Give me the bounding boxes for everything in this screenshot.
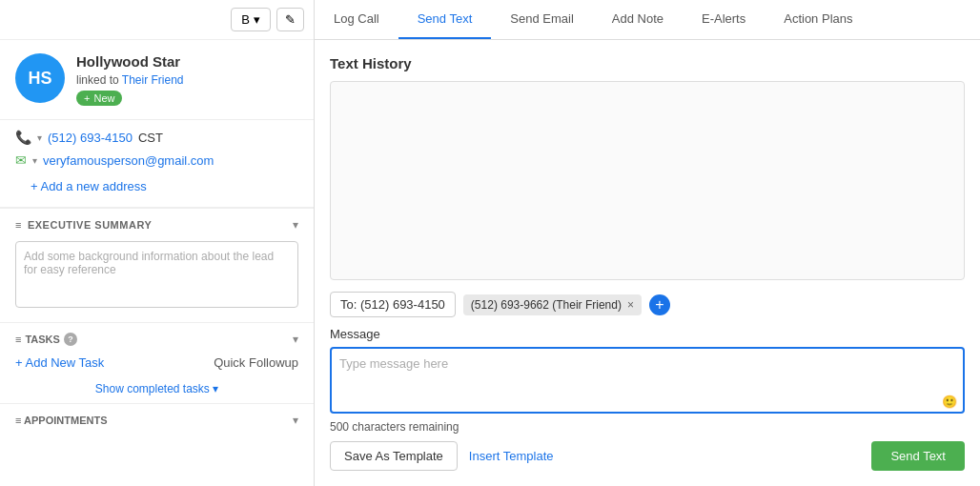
message-wrapper: 🙂: [330, 347, 965, 416]
recipient-name: (512) 693-9662 (Their Friend): [471, 298, 622, 312]
char-count: 500 characters remaining: [330, 420, 965, 434]
tabs-bar: Log CallSend TextSend EmailAdd NoteE-Ale…: [315, 0, 980, 40]
text-history-title: Text History: [330, 55, 965, 71]
appointments-header[interactable]: ≡ APPOINTMENTS ▾: [0, 404, 314, 436]
add-address-link[interactable]: + Add a new address: [15, 175, 298, 197]
recipient-tag: (512) 693-9662 (Their Friend) ×: [463, 294, 642, 315]
remove-recipient-icon[interactable]: ×: [627, 298, 634, 312]
to-row: To: (512) 693-4150 (512) 693-9662 (Their…: [330, 292, 965, 317]
contact-fields: 📞 ▾ (512) 693-4150 CST ✉ ▾ veryfamousper…: [0, 120, 314, 208]
tasks-chevron-icon: ▾: [293, 333, 298, 346]
to-label: To: (512) 693-4150: [330, 292, 456, 317]
email-row: ✉ ▾ veryfamousperson@gmail.com: [15, 152, 298, 168]
tab-log-call[interactable]: Log Call: [315, 0, 398, 39]
tab-action-plans[interactable]: Action Plans: [765, 0, 871, 39]
new-badge: + New: [76, 91, 122, 106]
appointments-chevron-icon: ▾: [293, 414, 298, 427]
executive-summary-section: ≡ EXECUTIVE SUMMARY ▾: [0, 208, 314, 322]
message-label: Message: [330, 327, 965, 341]
plus-icon: +: [84, 92, 90, 104]
email-link[interactable]: veryfamousperson@gmail.com: [43, 153, 214, 168]
phone-icon: 📞: [15, 130, 31, 145]
avatar: HS: [15, 53, 65, 103]
appointments-title: ≡ APPOINTMENTS: [15, 415, 107, 426]
executive-summary-textarea[interactable]: [15, 241, 298, 308]
linked-to: linked to Their Friend: [76, 73, 184, 87]
show-completed-link[interactable]: Show completed tasks ▾: [95, 382, 218, 395]
bottom-actions: Save As Template Insert Template Send Te…: [330, 441, 965, 471]
contact-details: Hollywood Star linked to Their Friend + …: [76, 53, 184, 106]
main-content: Text History To: (512) 693-4150 (512) 69…: [315, 40, 980, 486]
left-panel: B ▾ ✎ HS Hollywood Star linked to Their …: [0, 0, 315, 486]
menu-icon: ≡: [15, 334, 21, 345]
text-history-area: [330, 81, 965, 280]
appointments-section: ≡ APPOINTMENTS ▾: [0, 403, 314, 436]
edit-button[interactable]: ✎: [276, 8, 304, 31]
chevron-down-icon: ▾: [293, 218, 298, 232]
save-as-template-button[interactable]: Save As Template: [330, 441, 458, 471]
menu-icon: ≡: [15, 219, 22, 231]
contact-name: Hollywood Star: [76, 53, 184, 70]
tab-send-text[interactable]: Send Text: [398, 0, 492, 39]
bold-button[interactable]: B ▾: [231, 8, 271, 31]
send-text-button[interactable]: Send Text: [871, 441, 965, 471]
contact-info: HS Hollywood Star linked to Their Friend…: [0, 40, 314, 120]
right-panel: Log CallSend TextSend EmailAdd NoteE-Ale…: [315, 0, 980, 486]
left-toolbar: B ▾ ✎: [0, 0, 314, 40]
tab-add-note[interactable]: Add Note: [593, 0, 683, 39]
linked-to-link[interactable]: Their Friend: [122, 73, 184, 87]
executive-summary-header[interactable]: ≡ EXECUTIVE SUMMARY ▾: [0, 209, 314, 241]
b-label: B: [241, 12, 250, 27]
message-textarea[interactable]: [330, 347, 965, 414]
edit-icon: ✎: [285, 12, 296, 27]
emoji-icon[interactable]: 🙂: [942, 395, 957, 409]
insert-template-button[interactable]: Insert Template: [467, 442, 556, 470]
executive-summary-title: ≡ EXECUTIVE SUMMARY: [15, 219, 152, 231]
tasks-title: ≡ TASKS ?: [15, 333, 77, 346]
menu-icon: ≡: [15, 415, 24, 426]
phone-link[interactable]: (512) 693-4150: [48, 131, 133, 145]
email-icon: ✉: [15, 152, 27, 168]
tasks-section: ≡ TASKS ? ▾ + Add New Task Quick Followu…: [0, 322, 314, 403]
tasks-actions: + Add New Task Quick Followup: [0, 355, 314, 377]
tab-e-alerts[interactable]: E-Alerts: [683, 0, 765, 39]
executive-summary-body: [0, 241, 314, 322]
tasks-header: ≡ TASKS ? ▾: [0, 323, 314, 355]
add-new-task-link[interactable]: + Add New Task: [15, 355, 104, 370]
quick-followup-link[interactable]: Quick Followup: [214, 355, 298, 370]
chevron-down-icon: ▾: [213, 382, 218, 395]
tasks-help-icon: ?: [64, 333, 77, 346]
phone-row: 📞 ▾ (512) 693-4150 CST: [15, 130, 298, 145]
dropdown-arrow: ▾: [254, 12, 260, 27]
add-recipient-button[interactable]: +: [649, 294, 670, 315]
tab-send-email[interactable]: Send Email: [491, 0, 592, 39]
show-completed: Show completed tasks ▾: [0, 377, 314, 403]
